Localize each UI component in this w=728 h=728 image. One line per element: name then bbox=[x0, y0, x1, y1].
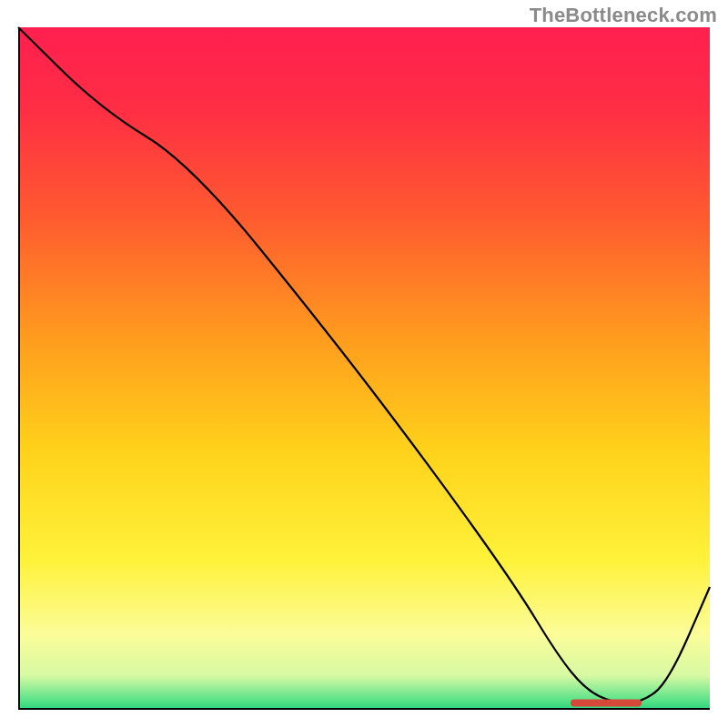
watermark-label: TheBottleneck.com bbox=[530, 4, 717, 27]
chart-plot-area bbox=[18, 27, 710, 710]
y-axis-line bbox=[18, 27, 20, 710]
x-axis-line bbox=[18, 708, 710, 710]
chart-svg bbox=[18, 27, 710, 710]
chart-gradient-bg bbox=[18, 27, 710, 710]
sweet-spot-marker bbox=[571, 701, 641, 706]
